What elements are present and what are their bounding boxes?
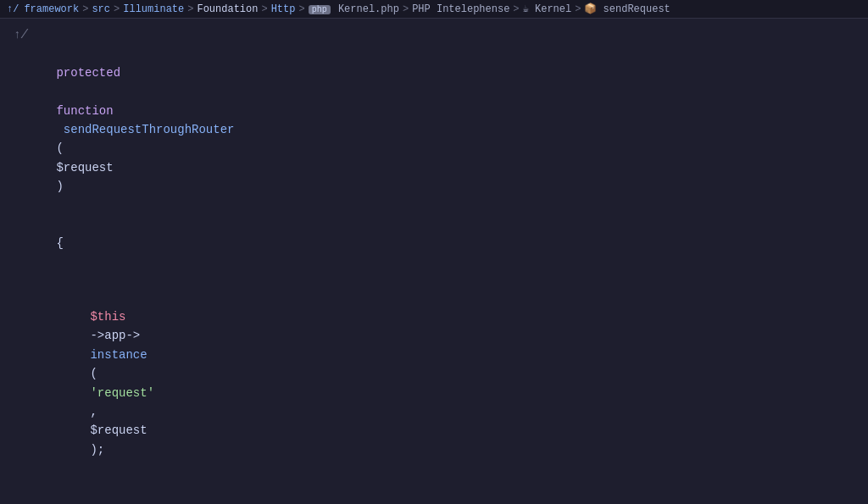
crumb-intelephense: PHP Intelephense xyxy=(412,3,509,15)
line-instance: $this ->app-> instance ( 'request' , $re… xyxy=(0,289,868,479)
line-empty-3 xyxy=(0,495,868,501)
breadcrumb-bar: ↑/ framework > src > Illuminate > Founda… xyxy=(0,0,868,19)
crumb-framework[interactable]: framework xyxy=(24,3,79,15)
crumb-foundation[interactable]: Foundation xyxy=(197,3,258,15)
line-brace-open: { xyxy=(0,215,868,272)
crumb-http[interactable]: Http xyxy=(271,3,296,15)
code-area: ↑/ protected function sendRequestThrough… xyxy=(0,19,868,504)
line-empty-2 xyxy=(0,479,868,496)
line-1: protected function sendRequestThroughRou… xyxy=(0,44,868,215)
line-comment: ↑/ xyxy=(0,25,868,44)
crumb-method: 📦 sendRequest xyxy=(584,3,670,15)
up-arrow-icon: ↑/ xyxy=(7,3,19,15)
crumb-src[interactable]: src xyxy=(92,3,110,15)
line-empty-1 xyxy=(0,272,868,289)
crumb-illuminate[interactable]: Illuminate xyxy=(123,3,184,15)
crumb-file[interactable]: php Kernel.php xyxy=(309,3,399,15)
crumb-kernel-class: ☕ Kernel xyxy=(523,3,572,15)
line-facade: Facade :: clearResolvedInstance ( 'reque… xyxy=(0,501,868,504)
